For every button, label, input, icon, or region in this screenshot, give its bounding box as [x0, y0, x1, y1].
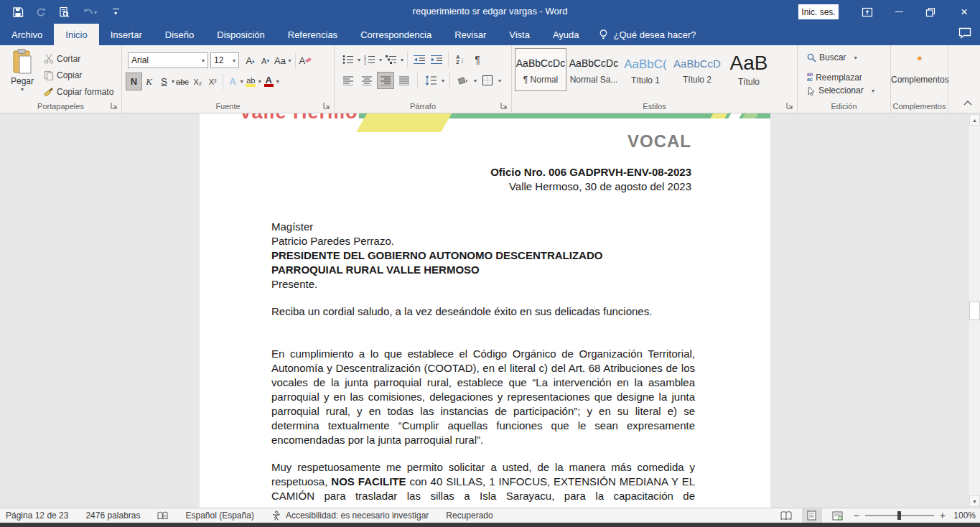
doc-recipient-line: Patricio Paredes Perrazo. [271, 234, 695, 248]
scroll-up-icon[interactable]: ▲ [969, 114, 980, 126]
format-painter-button[interactable]: Copiar formato [42, 84, 116, 100]
tab-disposicion[interactable]: Disposición [205, 24, 276, 45]
font-color-dropdown-icon[interactable]: ▾ [276, 78, 279, 85]
dialog-launcher-portapapeles[interactable] [111, 102, 119, 111]
tab-vista[interactable]: Vista [498, 24, 541, 45]
page-indicator[interactable]: Página 12 de 23 [6, 510, 68, 521]
font-color-button[interactable]: A [261, 73, 276, 90]
shading-button[interactable] [455, 73, 471, 88]
decrease-indent-button[interactable] [411, 52, 427, 67]
font-family-combo[interactable]: Arial▾ [128, 52, 208, 68]
paste-button[interactable]: Pegar ▾ [6, 49, 39, 93]
zoom-in-icon[interactable]: + [940, 510, 946, 521]
dialog-launcher-parrafo[interactable] [500, 102, 509, 111]
clear-formatting-button[interactable]: A [298, 52, 314, 69]
vertical-scrollbar[interactable]: ▲ ▼ [968, 113, 980, 508]
group-edicion: Buscar ▾ ab ac Reemplazar Seleccionar ▾ … [798, 45, 891, 113]
doc-recipient-block: Magíster Patricio Paredes Perrazo. PRESI… [271, 220, 695, 292]
align-left-button[interactable] [340, 73, 356, 88]
doc-recipient-line: PRESIDENTE DEL GOBIERNO AUTONOMO DESCENT… [271, 248, 695, 263]
tell-me-box[interactable]: ¿Qué desea hacer? [598, 24, 696, 45]
show-marks-button[interactable]: ¶ [470, 52, 485, 67]
restore-button[interactable] [915, 0, 946, 24]
tab-archivo[interactable]: Archivo [0, 24, 54, 45]
zoom-out-icon[interactable]: − [854, 510, 859, 521]
style-normal-sa[interactable]: AaBbCcDc Normal Sa... [569, 49, 619, 90]
shrink-font-button[interactable]: A▾ [258, 52, 273, 69]
document-page[interactable]: Valle Hermoso VOCAL Oficio Nro. 006 GADP… [200, 113, 770, 508]
increase-indent-button[interactable] [429, 52, 444, 67]
style-normal[interactable]: AaBbCcDc ¶ Normal [515, 49, 566, 90]
style-titulo[interactable]: AaB Título [724, 49, 774, 90]
bullets-button[interactable] [340, 52, 356, 67]
title-bar: ▾ ▾ requerimiento sr edgar vargas - Word… [0, 0, 980, 24]
recovered-indicator[interactable]: Recuperado [446, 510, 493, 521]
language-indicator[interactable]: Español (España) [185, 510, 253, 521]
sign-in-button[interactable]: Inic. ses. [798, 4, 839, 19]
sort-button[interactable]: AZ ↓ [452, 52, 468, 67]
group-label-fuente: Fuente [122, 102, 334, 111]
tab-inicio[interactable]: Inicio [54, 24, 98, 45]
text-effects-button[interactable]: A [225, 73, 241, 90]
strikethrough-button[interactable]: abc [174, 73, 190, 90]
font-size-combo[interactable]: 12▾ [210, 52, 239, 68]
italic-button[interactable]: K [141, 73, 157, 90]
select-button[interactable]: Seleccionar ▾ [805, 83, 877, 98]
justify-button[interactable] [396, 73, 412, 88]
zoom-percentage[interactable]: 100% [951, 510, 976, 521]
tab-revisar[interactable]: Revisar [443, 24, 498, 45]
word-count[interactable]: 2476 palabras [85, 510, 140, 521]
doc-recipient-line: Magíster [271, 220, 695, 234]
doc-header-vocal: VOCAL [627, 131, 691, 151]
zoom-slider[interactable] [865, 515, 934, 516]
style-titulo-1[interactable]: AaBbC( Título 1 [620, 49, 671, 90]
superscript-button[interactable]: X² [205, 73, 220, 90]
document-canvas: Valle Hermoso VOCAL Oficio Nro. 006 GADP… [0, 113, 968, 508]
proofing-icon[interactable]: x [157, 511, 168, 521]
tab-insertar[interactable]: Insertar [99, 24, 154, 45]
minimize-button[interactable] [883, 0, 915, 24]
underline-button[interactable]: S [157, 73, 172, 90]
group-parrafo: ▾ 123 ▾ ▾ AZ ↓ ¶ [335, 45, 512, 113]
bold-button[interactable]: N [126, 73, 141, 90]
collapse-ribbon-icon[interactable] [963, 100, 975, 111]
multilevel-list-button[interactable] [383, 52, 399, 67]
group-complementos: ● Complementos Complementos [891, 45, 948, 113]
numbering-button[interactable]: 123 [362, 52, 378, 67]
ribbon-display-options-icon[interactable] [851, 0, 883, 24]
tab-diseno[interactable]: Diseño [154, 24, 205, 45]
status-bar: Página 12 de 23 2476 palabras x Español … [0, 508, 980, 523]
line-spacing-button[interactable] [423, 73, 439, 88]
copy-button: Copiar [42, 67, 84, 83]
find-button[interactable]: Buscar ▾ [805, 50, 859, 65]
tab-ayuda[interactable]: Ayuda [541, 24, 591, 45]
read-mode-icon[interactable] [776, 508, 796, 523]
group-estilos: AaBbCcDc ¶ Normal AaBbCcDc Normal Sa... … [512, 45, 798, 113]
scrollbar-thumb[interactable] [969, 302, 980, 320]
doc-paragraph-request: Muy respetuosamente me permito solicitar… [271, 460, 695, 503]
tab-correspondencia[interactable]: Correspondencia [349, 24, 443, 45]
change-case-button[interactable]: Aa ▾ [273, 52, 293, 69]
style-titulo-2[interactable]: AaBbCcD Título 2 [672, 49, 722, 90]
print-layout-icon[interactable] [802, 508, 822, 523]
scroll-down-icon[interactable]: ▼ [969, 495, 980, 507]
comments-icon[interactable] [958, 27, 971, 39]
highlight-button[interactable]: ab [243, 73, 258, 90]
zoom-slider-thumb[interactable] [897, 511, 901, 520]
align-center-button[interactable] [359, 73, 375, 88]
borders-button[interactable] [480, 73, 495, 88]
addins-button[interactable]: ● Complementos [891, 52, 948, 85]
align-right-button[interactable] [378, 73, 393, 88]
dialog-launcher-estilos[interactable] [786, 102, 795, 111]
grow-font-button[interactable]: A▴ [243, 52, 258, 69]
tab-referencias[interactable]: Referencias [276, 24, 349, 45]
close-button[interactable]: × [948, 0, 980, 24]
accessibility-status[interactable]: Accesibilidad: es necesario investigar [271, 510, 429, 521]
dialog-launcher-fuente[interactable] [323, 102, 332, 111]
web-layout-icon[interactable] [828, 508, 848, 523]
group-label-portapapeles: Portapapeles [0, 102, 121, 111]
subscript-button[interactable]: X₂ [190, 73, 205, 90]
group-label-parrafo: Párrafo [335, 102, 511, 111]
lightbulb-icon [598, 29, 609, 40]
ribbon: Pegar ▾ Cortar Copiar Copiar formato Por… [0, 45, 980, 113]
